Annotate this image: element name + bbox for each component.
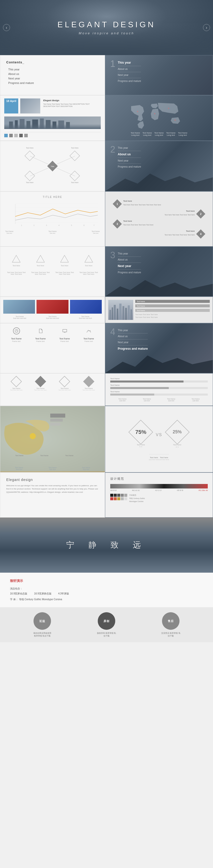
svg-rect-51 bbox=[122, 306, 124, 320]
svg-rect-22 bbox=[25, 171, 35, 181]
triangle-item-1: Text Here bbox=[12, 255, 21, 267]
circle-item-1: 近益 请勿在商业用途使用 检举举报 私信下载 bbox=[32, 612, 52, 637]
section1-menu-slide: 1 This year About us Next year Progress … bbox=[105, 55, 213, 95]
triangle-text-3: Text here Text here Text here Text here bbox=[55, 272, 74, 275]
pb-label-4: Text framesub text bbox=[191, 398, 200, 402]
svg-text:Text Here: Text Here bbox=[26, 182, 34, 183]
color-label-5: #f1 230c 06 bbox=[199, 490, 208, 491]
svg-rect-48 bbox=[114, 305, 116, 320]
hero-nav-right-button[interactable]: › bbox=[203, 24, 210, 31]
color-label-4: #5f 5f 5f bbox=[177, 490, 183, 491]
diamond-text-here-2: Text here bbox=[165, 210, 195, 212]
icons-row-slide: Text frame Frame text Text frame Frame t… bbox=[0, 323, 105, 373]
diamond-row-desc-4: Text here text here bbox=[82, 389, 95, 391]
section4-menu-item-2: About us bbox=[118, 334, 148, 338]
slide-row-10: Elegant design Welcome to our ppt design… bbox=[0, 472, 213, 518]
triangle-svg-3 bbox=[60, 255, 69, 263]
april-title: Elegant design bbox=[43, 99, 100, 102]
diamond-row-item-2: Text frame Text here text here bbox=[34, 377, 47, 391]
contents-item-2: About us bbox=[6, 72, 99, 76]
triangle-label-1: Text Here bbox=[12, 265, 21, 267]
section1-number: 1 bbox=[110, 59, 115, 68]
file-icon-item bbox=[37, 328, 44, 334]
diamond-desc-3: Text here Text here Text here Text here bbox=[123, 224, 153, 226]
icon-blue bbox=[4, 134, 8, 137]
svg-rect-54 bbox=[131, 309, 132, 320]
svg-text:7: 7 bbox=[94, 224, 95, 226]
section3-divider-1 bbox=[118, 256, 141, 257]
section1-menu-item-4: Progress and mature bbox=[118, 79, 141, 83]
swatch-1 bbox=[110, 494, 113, 497]
swatch-7 bbox=[114, 497, 117, 500]
diamond-row-label-4: Text frame bbox=[84, 388, 93, 389]
svg-marker-43 bbox=[36, 255, 44, 262]
diamond-num-2: 2 bbox=[197, 210, 205, 218]
contents-item-4: Progress and mature bbox=[6, 81, 99, 85]
triangle-label-3: Text Here bbox=[60, 265, 69, 267]
bottom-info-section: 致轩演示 演品包含： 16:9宽屏动态版 16:9宽屏静态版 4:3窄屏版 字 … bbox=[0, 572, 213, 607]
color-label-2: #b1 b1 b1 bbox=[132, 490, 140, 491]
map-label-5: Text frameLong text bbox=[178, 132, 187, 136]
diamond-num-3: 3 bbox=[113, 220, 121, 228]
section1-menu-item-3: Next year bbox=[118, 73, 141, 77]
svg-text:6: 6 bbox=[83, 224, 84, 226]
elegant-body-text: Welcome to our ppt design! You can creat… bbox=[6, 484, 99, 494]
swatch-10 bbox=[124, 497, 127, 500]
svg-text:2: 2 bbox=[34, 224, 35, 226]
progress-title-2: Text frame bbox=[110, 384, 208, 386]
section3-number: 3 bbox=[110, 251, 115, 260]
icon-text-frame-4: Text frame Frame text bbox=[83, 337, 94, 342]
section2-menu-item-2: About us bbox=[118, 152, 141, 157]
swatch-5 bbox=[124, 494, 127, 497]
svg-text:Title: Title bbox=[51, 165, 55, 167]
vs-left-icon: ▼▼ bbox=[131, 446, 151, 448]
section1-divider-2 bbox=[118, 72, 141, 72]
vs-comparison-slide: 75% Text here ▼▼ VS 25% Text here ▲▲ Tex… bbox=[105, 406, 213, 472]
color-gradient-bar bbox=[110, 484, 208, 489]
pb-label-1: Text framesub text bbox=[118, 398, 127, 402]
font-names: 等线 Century Gothic Monotype Corsiva bbox=[19, 598, 62, 601]
progress-bg-2 bbox=[110, 387, 208, 389]
hero-nav-left-button[interactable]: ‹ bbox=[3, 24, 10, 31]
circle-label-2: 版权所有 检举举报 私信下载 bbox=[97, 632, 116, 637]
progress-title-3: Text frame bbox=[110, 391, 208, 393]
diamond-row-slide: Text frame Text here text here Text fram… bbox=[0, 373, 105, 406]
slide-row-9: Text frame Text frame Text frame Text fr… bbox=[0, 406, 213, 472]
svg-text:Text Here: Text Here bbox=[71, 182, 78, 183]
icon-tf-title-1: Text frame bbox=[11, 337, 22, 340]
progress-bg-3 bbox=[110, 394, 208, 396]
vs-left-number: 75% bbox=[135, 429, 146, 435]
chinese-hero-title: 宁 静 致 远 bbox=[66, 539, 147, 551]
city-card-image bbox=[108, 300, 133, 320]
hero-section: ‹ › ELEGANT DESIGN Move inspire and touc… bbox=[0, 0, 213, 55]
svg-rect-50 bbox=[119, 304, 121, 320]
diamond-text-here-1: Text here bbox=[123, 200, 161, 202]
svg-rect-52 bbox=[125, 308, 127, 320]
section4-menu-slide: 4 This year About us Next year Progress … bbox=[105, 323, 213, 373]
color-dot-grid bbox=[110, 494, 127, 503]
vs-bottom-label-1: Text here sub text here bbox=[149, 457, 159, 460]
svg-rect-53 bbox=[128, 305, 130, 320]
bottom-items: 16:9宽屏动态版 16:9宽屏静态版 4:3窄屏版 bbox=[10, 591, 203, 596]
slide-row-2: 18 April Elegant design Text frame Text … bbox=[0, 95, 213, 141]
section1-menu-item-1: This year bbox=[118, 60, 141, 65]
section4-divider-3 bbox=[118, 345, 148, 345]
hero-mountain bbox=[0, 25, 213, 55]
svg-text:Text Here: Text Here bbox=[71, 147, 78, 149]
pb-label-3: Text framesub text bbox=[167, 398, 175, 402]
progress-fill-1 bbox=[110, 380, 183, 382]
icon-tf-title-2: Text frame bbox=[35, 337, 46, 340]
bottom-item-3: 4:3窄屏版 bbox=[58, 592, 69, 595]
section4-menu-item-4: Progress and mature bbox=[118, 346, 148, 351]
map-large-slide: Text frame Text frame Text frame Text fr… bbox=[0, 406, 105, 472]
font-label-line: 字 体： 等线 Century Gothic Monotype Corsiva bbox=[10, 598, 203, 601]
april-desc: Text frame Text frame Text frame Text DE… bbox=[43, 103, 100, 108]
circle-1: 近益 bbox=[34, 612, 51, 630]
april-slide: 18 April Elegant design Text frame Text … bbox=[0, 95, 105, 141]
triangle-text-4: Text here Text here Text here Text here bbox=[79, 272, 99, 275]
svg-text:Text Here: Text Here bbox=[26, 147, 34, 149]
swatch-6 bbox=[110, 497, 113, 500]
vs-left-diamond: 75% bbox=[131, 422, 151, 442]
section3-menu-item-1: This year bbox=[118, 252, 141, 255]
world-map-slide: Text frameLong text Text frameLong text … bbox=[105, 95, 213, 141]
